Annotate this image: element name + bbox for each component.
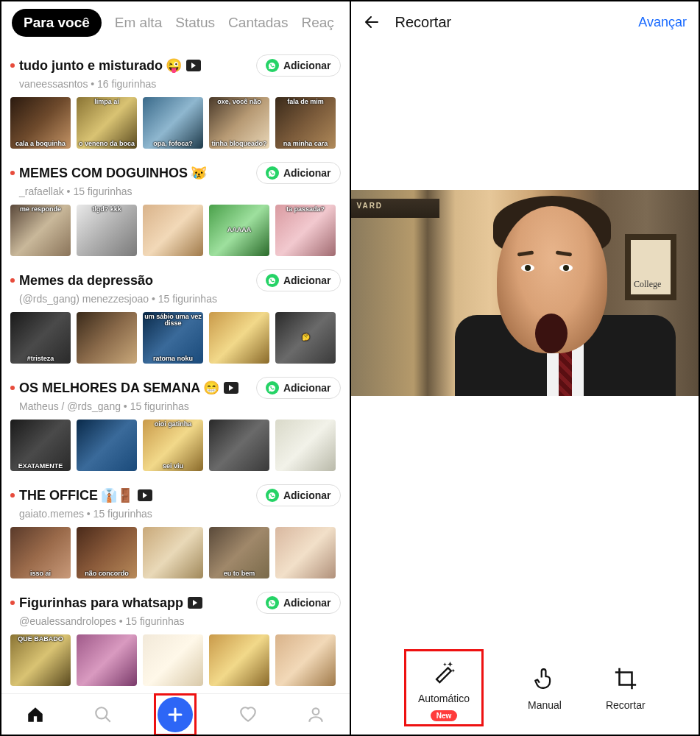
- home-tab[interactable]: [19, 698, 52, 731]
- sticker-thumbnail[interactable]: isso ai: [10, 527, 71, 578]
- new-dot-icon: [10, 171, 15, 175]
- sticker-thumbnail[interactable]: [275, 527, 336, 578]
- sticker-row: isso ainão concordoeu to bem: [10, 527, 341, 578]
- plus-icon: [166, 706, 184, 723]
- sticker-thumbnail[interactable]: [275, 634, 336, 686]
- animated-badge-icon: [188, 597, 202, 609]
- sticker-row: #tristezaum sábio uma vez disseratoma no…: [10, 312, 341, 364]
- add-button[interactable]: Adicionar: [256, 269, 341, 291]
- add-button-label: Adicionar: [283, 382, 331, 394]
- sticker-pack[interactable]: OS MELHORES DA SEMANA😁AdicionarMatheus /…: [10, 377, 341, 471]
- sticker-thumbnail[interactable]: me responde: [10, 205, 71, 256]
- image-crop-area[interactable]: VARD: [351, 43, 699, 646]
- add-button-label: Adicionar: [283, 489, 331, 501]
- sticker-thumbnail[interactable]: [143, 205, 203, 256]
- sticker-thumbnail[interactable]: [275, 420, 336, 471]
- sticker-thumbnail[interactable]: cala a boquinha: [10, 97, 71, 149]
- back-arrow-icon[interactable]: [363, 13, 381, 31]
- tab-em-alta[interactable]: Em alta: [115, 15, 162, 31]
- sticker-thumbnail[interactable]: limpa aío veneno da boca: [77, 97, 137, 149]
- sticker-thumbnail[interactable]: QUE BABADO: [10, 634, 71, 686]
- advance-button[interactable]: Avançar: [638, 15, 687, 30]
- add-button[interactable]: Adicionar: [256, 162, 341, 184]
- sticker-pack[interactable]: MEMES COM DOGUINHOS😿Adicionar_rafaellak …: [10, 162, 341, 256]
- bottom-navigation: [1, 693, 350, 735]
- pack-title: MEMES COM DOGUINHOS😿: [19, 165, 207, 181]
- sticker-row: QUE BABADO: [10, 634, 341, 686]
- sticker-caption-bottom: não concordo: [85, 570, 129, 577]
- add-button[interactable]: Adicionar: [256, 592, 341, 614]
- tab-reaç[interactable]: Reaç: [301, 15, 333, 31]
- sticker-row: EXATAMENTEoioi gatinhasei viu: [10, 420, 341, 471]
- sticker-caption-bottom: isso ai: [30, 570, 51, 577]
- sticker-thumbnail[interactable]: AAAAA: [209, 205, 269, 256]
- new-dot-icon: [10, 278, 15, 283]
- whatsapp-icon: [266, 166, 279, 180]
- crop-icon: [611, 664, 640, 693]
- add-button-label: Adicionar: [283, 60, 331, 71]
- search-tab[interactable]: [87, 698, 119, 731]
- add-button[interactable]: Adicionar: [256, 54, 341, 77]
- pack-title: OS MELHORES DA SEMANA😁: [19, 380, 238, 396]
- pack-emoji: 😜: [166, 57, 182, 74]
- create-button[interactable]: [158, 697, 193, 732]
- sticker-caption-top: um sábio uma vez disse: [144, 314, 202, 328]
- whatsapp-icon: [266, 596, 279, 609]
- pack-emoji: 👔🚪: [101, 487, 133, 503]
- profile-tab[interactable]: [300, 698, 332, 731]
- pack-subtitle: @eualessandrolopes • 15 figurinhas: [19, 615, 341, 627]
- sticker-caption-bottom: na minha cara: [283, 141, 328, 147]
- sticker-thumbnail[interactable]: [209, 420, 269, 471]
- sticker-thumbnail[interactable]: opa, fofoca?: [143, 97, 203, 149]
- sticker-thumbnail[interactable]: #tristeza: [10, 312, 71, 364]
- sticker-thumbnail[interactable]: EXATAMENTE: [10, 420, 71, 471]
- sticker-pack[interactable]: Memes da depressãoAdicionar(@rds_gang) m…: [10, 269, 341, 364]
- sticker-pack[interactable]: tudo junto e misturado😜Adicionarvaneessa…: [10, 54, 341, 149]
- add-button[interactable]: Adicionar: [256, 484, 341, 506]
- tool-automático[interactable]: AutomáticoNew: [404, 649, 484, 726]
- pack-title: tudo junto e misturado😜: [19, 57, 201, 74]
- person-icon: [306, 705, 325, 724]
- sticker-thumbnail[interactable]: oioi gatinhasei viu: [143, 420, 203, 471]
- sticker-caption-mid: 🤔: [277, 334, 334, 341]
- sticker-thumbnail[interactable]: eu to bem: [209, 527, 269, 578]
- sticker-thumbnail[interactable]: um sábio uma vez disseratoma noku: [143, 312, 203, 364]
- sticker-caption-bottom: o veneno da boca: [79, 141, 135, 147]
- pack-title: THE OFFICE👔🚪: [19, 487, 152, 503]
- sticker-row: cala a boquinhalimpa aío veneno da bocao…: [10, 97, 341, 149]
- home-icon: [26, 705, 45, 724]
- tab-para-você[interactable]: Para você: [12, 9, 102, 37]
- sticker-pack[interactable]: Figurinhas para whatsappAdicionar@euales…: [10, 592, 341, 686]
- pack-header: MEMES COM DOGUINHOS😿Adicionar: [10, 162, 341, 184]
- sticker-thumbnail[interactable]: [143, 634, 203, 686]
- sticker-thumbnail[interactable]: não concordo: [77, 527, 137, 578]
- sticker-thumbnail[interactable]: ta passada?: [275, 205, 336, 256]
- tool-recortar[interactable]: Recortar: [606, 664, 646, 711]
- search-icon: [93, 705, 113, 724]
- pack-subtitle: vaneessasntos • 16 figurinhas: [19, 78, 341, 90]
- tab-cantadas[interactable]: Cantadas: [228, 15, 288, 31]
- sticker-thumbnail[interactable]: fala de mimna minha cara: [275, 97, 336, 149]
- favorites-tab[interactable]: [232, 698, 264, 731]
- sticker-thumbnail[interactable]: [77, 420, 137, 471]
- sticker-thumbnail[interactable]: [143, 527, 203, 578]
- tool-label: Recortar: [606, 699, 646, 711]
- sticker-thumbnail[interactable]: [77, 634, 137, 686]
- whatsapp-icon: [266, 274, 279, 287]
- svg-line-1: [105, 717, 110, 722]
- sticker-thumbnail[interactable]: tlgd? kkk: [77, 205, 137, 256]
- tool-label: Automático: [418, 693, 470, 704]
- sticker-thumbnail[interactable]: [209, 312, 269, 364]
- sticker-pack[interactable]: THE OFFICE👔🚪Adicionargaiato.memes • 15 f…: [10, 484, 341, 578]
- sticker-thumbnail[interactable]: [209, 634, 269, 686]
- sticker-thumbnail[interactable]: [77, 312, 137, 364]
- sticker-thumbnail[interactable]: 🤔: [275, 312, 336, 364]
- crop-tools: AutomáticoNewManualRecortar: [351, 646, 699, 735]
- sticker-caption-top: oioi gatinha: [144, 421, 202, 428]
- sticker-thumbnail[interactable]: oxe, você nãotinha bloqueado?: [209, 97, 269, 149]
- sticker-caption-bottom: opa, fofoca?: [153, 141, 193, 147]
- add-button[interactable]: Adicionar: [256, 377, 341, 399]
- pack-header: tudo junto e misturado😜Adicionar: [10, 54, 341, 77]
- tool-manual[interactable]: Manual: [528, 664, 562, 711]
- tab-status[interactable]: Status: [175, 15, 215, 31]
